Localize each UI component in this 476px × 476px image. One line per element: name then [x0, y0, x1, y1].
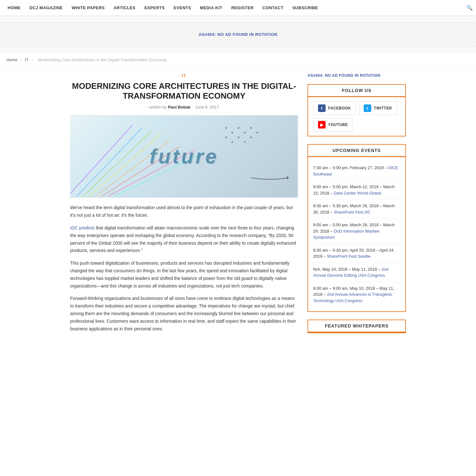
article-image-word: future — [149, 145, 218, 168]
ad-banner-top: AS#404: NO AD FOUND IN ROTATION — [0, 22, 476, 47]
article-title-line1: MODERNIZING CORE ARCHITECTURES IN THE DI… — [72, 81, 296, 91]
nav-media-kit[interactable]: MEDIA KIT — [195, 0, 227, 16]
sidebar-ad: AS#404: NO AD FOUND IN ROTATION — [307, 73, 406, 78]
event-1-time: 7:30 am – 5:00 pm, February 27, 2018 – — [313, 165, 387, 170]
facebook-icon: f — [318, 104, 326, 112]
svg-point-18 — [250, 136, 252, 138]
event-4: 9:00 am – 5:00 pm, March 28, 2018 – Marc… — [313, 219, 400, 244]
search-icon[interactable]: 🔍 — [466, 5, 473, 11]
featured-whitepapers-title: FEATURED WHITEPAPERS — [325, 323, 389, 328]
nav-dcj-magazine[interactable]: DCJ MAGAZINE — [25, 0, 67, 16]
author-link[interactable]: Paul Bobak — [168, 105, 190, 109]
svg-point-16 — [238, 136, 240, 138]
youtube-label: YOUTUBE — [328, 122, 348, 127]
featured-whitepapers-header: FEATURED WHITEPAPERS — [308, 320, 405, 333]
article-date: June 6, 2017 — [195, 105, 219, 109]
breadcrumb-home[interactable]: Home — [6, 57, 17, 62]
nav-experts[interactable]: EXPERTS — [140, 0, 169, 16]
social-grid: f FACEBOOK t TWITTER ▶ YOUTUBE — [313, 102, 400, 131]
nav-home[interactable]: HOME — [3, 0, 25, 16]
article-para-2: IDC predicts that digital transformation… — [70, 224, 298, 255]
featured-whitepapers-section: FEATURED WHITEPAPERS — [307, 320, 406, 333]
breadcrumb-it[interactable]: IT — [25, 57, 28, 62]
svg-point-17 — [244, 141, 246, 143]
follow-us-section: FOLLOW US f FACEBOOK t TWITTER ▶ — [307, 84, 406, 136]
upcoming-events-title: UPCOMING EVENTS — [333, 148, 381, 153]
event-2: 8:00 am – 5:00 pm, March 12, 2018 – Marc… — [313, 181, 400, 200]
main-layout: IT MODERNIZING CORE ARCHITECTURES IN THE… — [65, 67, 411, 347]
facebook-label: FACEBOOK — [328, 106, 351, 110]
nav-white-papers[interactable]: WHITE PAPERS — [67, 0, 109, 16]
upcoming-events-body: 7:30 am – 5:00 pm, February 27, 2018 – D… — [308, 157, 405, 311]
header-area: AS#404: NO AD FOUND IN ROTATION — [0, 16, 476, 53]
svg-point-11 — [244, 132, 246, 134]
breadcrumb-sep-1: › — [20, 57, 22, 62]
event-3-link[interactable]: SharePoint Fest DC — [334, 210, 371, 215]
article-para-3: This push toward digitalization of busin… — [70, 260, 298, 290]
twitter-button[interactable]: t TWITTER — [359, 102, 397, 115]
sidebar: AS#404: NO AD FOUND IN ROTATION FOLLOW U… — [307, 67, 406, 347]
svg-point-15 — [231, 141, 233, 143]
article-body: We've heard the term digital transformat… — [70, 204, 298, 333]
youtube-icon: ▶ — [318, 121, 326, 129]
idc-predicts-link[interactable]: IDC predicts — [70, 225, 95, 230]
event-3: 8:30 am – 5:30 pm, March 26, 2018 – Marc… — [313, 200, 400, 219]
nav-contact[interactable]: CONTACT — [258, 0, 288, 16]
event-5-link[interactable]: SharePoint Fest Seattle — [327, 254, 370, 259]
svg-point-14 — [225, 136, 227, 138]
article-category[interactable]: IT — [70, 73, 298, 78]
svg-point-8 — [225, 127, 227, 129]
breadcrumb-current: Modernizing Core Architectures in the Di… — [38, 57, 167, 62]
event-7: 8:00 am – 9:00 am, May 10, 2018 – May 11… — [313, 282, 400, 307]
event-5: 8:30 am – 5:30 pm, April 20, 2018 – Apri… — [313, 244, 400, 263]
article-title: MODERNIZING CORE ARCHITECTURES IN THE DI… — [70, 81, 298, 101]
upcoming-events-section: UPCOMING EVENTS 7:30 am – 5:00 pm, Febru… — [307, 144, 406, 312]
event-2-link[interactable]: Data Center World Global — [334, 191, 381, 195]
svg-line-5 — [70, 125, 133, 194]
youtube-button[interactable]: ▶ YOUTUBE — [313, 118, 353, 131]
sidebar-ad-text: AS#404: NO AD FOUND IN ROTATION — [307, 73, 380, 78]
twitter-icon: t — [364, 104, 371, 112]
article-title-line2: TRANSFORMATION ECONOMY — [123, 91, 246, 101]
nav-register[interactable]: REGISTER — [227, 0, 258, 16]
svg-point-12 — [250, 127, 252, 129]
article-area: IT MODERNIZING CORE ARCHITECTURES IN THE… — [70, 67, 298, 347]
main-nav: HOME DCJ MAGAZINE WHITE PAPERS ARTICLES … — [0, 0, 476, 16]
written-by-label: written by — [149, 105, 167, 109]
facebook-button[interactable]: f FACEBOOK — [313, 102, 356, 115]
page-wrapper: HOME DCJ MAGAZINE WHITE PAPERS ARTICLES … — [0, 0, 476, 347]
article-meta: written by Paul Bobak June 6, 2017 — [70, 105, 298, 109]
follow-us-header: FOLLOW US — [308, 85, 405, 97]
svg-point-10 — [238, 127, 240, 129]
breadcrumb: Home › IT › Modernizing Core Architectur… — [0, 53, 476, 67]
follow-us-body: f FACEBOOK t TWITTER ▶ YOUTUBE — [308, 97, 405, 136]
nav-events[interactable]: EVENTS — [169, 0, 195, 16]
twitter-label: TWITTER — [374, 106, 392, 110]
article-para-1: We've heard the term digital transformat… — [70, 204, 298, 219]
nav-subscribe[interactable]: SUBSCRIBE — [288, 0, 322, 16]
event-6: N/A, May 10, 2018 – May 11, 2018 – 2nd A… — [313, 263, 400, 282]
article-hero-image: future — [70, 115, 298, 198]
nav-articles[interactable]: ARTICLES — [109, 0, 140, 16]
event-1: 7:30 am – 5:00 pm, February 27, 2018 – D… — [313, 162, 400, 181]
event-6-time: N/A, May 10, 2018 – May 11, 2018 – — [313, 267, 380, 272]
breadcrumb-sep-2: › — [31, 57, 33, 62]
upcoming-events-header: UPCOMING EVENTS — [308, 145, 405, 157]
ad-banner-text: AS#404: NO AD FOUND IN ROTATION — [199, 32, 277, 37]
svg-point-13 — [256, 132, 258, 134]
article-para-4: Forward-thinking organizations and busin… — [70, 295, 298, 333]
follow-us-title: FOLLOW US — [342, 88, 372, 93]
svg-point-9 — [231, 132, 233, 134]
